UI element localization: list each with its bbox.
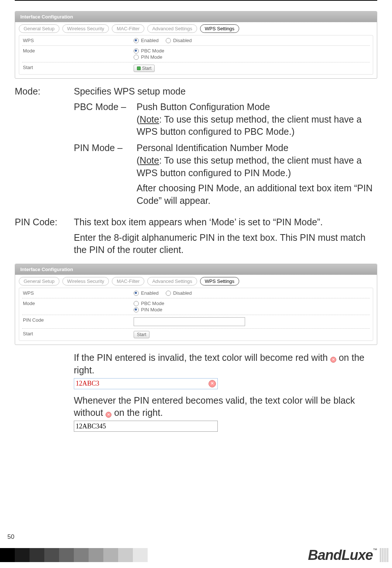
brand-logo: BandLuxe™: [308, 547, 377, 563]
wps-label: WPS: [23, 38, 134, 43]
tab-mac-filter[interactable]: MAC-Filter: [112, 277, 144, 285]
tab-wps-settings[interactable]: WPS Settings: [200, 277, 239, 285]
tab-wireless-security[interactable]: Wireless Security: [62, 277, 109, 285]
tab-wps-settings[interactable]: WPS Settings: [200, 24, 239, 33]
tab-advanced-settings[interactable]: Advanced Settings: [147, 24, 197, 33]
mode-term: Mode:: [15, 85, 74, 211]
wps-disabled-radio[interactable]: [166, 291, 171, 296]
page-footer: BandLuxe™: [0, 542, 392, 568]
pin-mode-desc: Personal Identification Number Mode (Not…: [137, 142, 377, 207]
pincode-row: PIN Code: [22, 315, 370, 329]
start-row: Start Start: [22, 62, 370, 74]
start-button-label: Start: [137, 332, 146, 337]
mode-pbc-radio[interactable]: [134, 301, 139, 306]
pbc-mode-term: PBC Mode –: [74, 101, 137, 138]
tab-general-setup[interactable]: General Setup: [19, 24, 59, 33]
panel-title: Interface Configuration: [15, 264, 377, 275]
wps-label: WPS: [23, 290, 134, 296]
start-label: Start: [23, 65, 134, 70]
wps-enabled-label: Enabled: [141, 38, 159, 43]
panel-tabs: General SetupWireless SecurityMAC-Filter…: [19, 24, 373, 33]
tab-mac-filter[interactable]: MAC-Filter: [112, 24, 144, 33]
wps-enabled-radio[interactable]: [134, 38, 139, 43]
wps-row: WPS Enabled Disabled: [22, 35, 370, 46]
start-label: Start: [23, 331, 134, 336]
decorative-bars: [380, 548, 388, 562]
mode-pin-radio[interactable]: [134, 55, 139, 60]
tab-general-setup[interactable]: General Setup: [19, 277, 59, 285]
error-icon: ✕: [330, 357, 336, 363]
page-number: 50: [7, 533, 14, 541]
mode-pin-radio[interactable]: [134, 307, 139, 312]
pin-mode-term: PIN Mode –: [74, 142, 137, 207]
error-icon: ✕: [106, 412, 111, 418]
pbc-mode-desc: Push Button Configuration Mode (Note: To…: [137, 101, 377, 138]
wps-enabled-label: Enabled: [141, 290, 159, 296]
start-button-label: Start: [142, 66, 151, 71]
grayscale-bars: [0, 548, 162, 562]
play-icon: [137, 66, 141, 70]
interface-config-panel-2: Interface Configuration General SetupWir…: [15, 264, 377, 345]
wps-disabled-label: Disabled: [173, 290, 192, 296]
panel-tabs: General SetupWireless SecurityMAC-Filter…: [19, 277, 373, 285]
tab-wireless-security[interactable]: Wireless Security: [62, 24, 109, 33]
tab-advanced-settings[interactable]: Advanced Settings: [147, 277, 197, 285]
mode-pbc-label: PBC Mode: [141, 301, 164, 306]
pincode-input[interactable]: [134, 317, 245, 326]
pincode-desc: This text box item appears when ‘Mode’ i…: [74, 216, 377, 256]
mode-pin-label: PIN Mode: [141, 307, 162, 312]
interface-config-panel-1: Interface Configuration General SetupWir…: [15, 11, 377, 79]
wps-enabled-radio[interactable]: [134, 291, 139, 296]
pincode-definition: PIN Code: This text box item appears whe…: [15, 216, 377, 256]
mode-row: Mode PBC Mode PIN Mode: [22, 46, 370, 62]
pin-invalid-sample: 12ABC3 ✕: [74, 378, 218, 389]
mode-pin-label: PIN Mode: [141, 54, 162, 60]
mode-pbc-label: PBC Mode: [141, 48, 164, 54]
mode-pbc-radio[interactable]: [134, 48, 139, 54]
error-icon: ✕: [209, 380, 216, 387]
mode-row: Mode PBC Mode PIN Mode: [22, 298, 370, 315]
mode-desc: Specifies WPS setup mode: [74, 85, 377, 98]
mode-label: Mode: [23, 48, 134, 54]
pincode-term: PIN Code:: [15, 216, 74, 256]
wps-disabled-radio[interactable]: [166, 38, 171, 43]
start-row: Start Start: [22, 329, 370, 341]
pincode-label: PIN Code: [23, 317, 134, 323]
pin-valid-sample: 12ABC345: [74, 421, 218, 432]
start-button[interactable]: Start: [134, 65, 155, 72]
mode-definition: Mode: Specifies WPS setup mode PBC Mode …: [15, 85, 377, 211]
panel-title: Interface Configuration: [15, 11, 377, 22]
mode-label: Mode: [23, 301, 134, 306]
wps-row: WPS Enabled Disabled: [22, 288, 370, 298]
start-button[interactable]: Start: [134, 331, 149, 338]
pin-invalid-explain: If the PIN entered is invalid, the text …: [74, 352, 377, 432]
wps-disabled-label: Disabled: [173, 38, 192, 43]
